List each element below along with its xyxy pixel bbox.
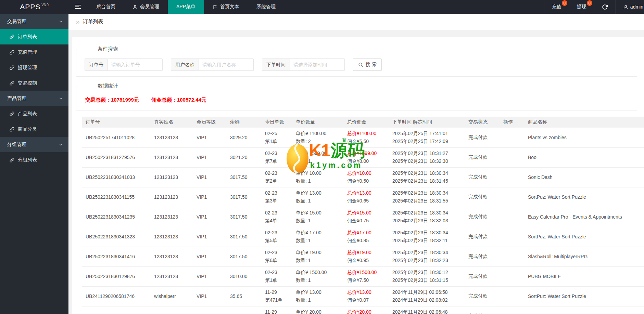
header-right: 充值 0 提现 0 admin (544, 0, 644, 14)
nav-item-home-text[interactable]: 首页文本 (204, 0, 248, 14)
stats-line: 交易总额：10781999元 佣金总额：100572.44元 (85, 93, 631, 105)
cell-order-no: UB2411290206581746 (82, 286, 151, 306)
cell-real-name: 123123123 (151, 167, 193, 187)
cell-status: 完成付款 (465, 266, 500, 286)
cell-day-orders: 02-23第5单 (262, 227, 292, 247)
link-icon (10, 35, 14, 39)
nav-item-app-menu[interactable]: APP菜单 (168, 0, 204, 14)
cell-balance: 3017.50 (227, 167, 262, 187)
order-time-input[interactable] (290, 58, 345, 71)
cell-status: 完成付款 (465, 306, 500, 314)
link-icon (10, 127, 14, 132)
user-name-field-group: 用户名称 (171, 58, 254, 71)
order-no-label: 订单号 (85, 58, 108, 71)
col-vip-level: 会员等级 (193, 117, 227, 128)
sidebar-item-trade-control[interactable]: 交易控制 (0, 75, 68, 91)
cell-day-orders: 02-23第2单 (262, 167, 292, 187)
cell-vip-level: VIP1 (193, 128, 227, 147)
cell-vip-level: VIP1 (193, 247, 227, 266)
cell-day-orders: 11-29第470单 (262, 306, 292, 314)
nav-item-home[interactable]: 后台首页 (88, 0, 124, 14)
col-status: 交易状态 (465, 117, 500, 128)
cell-vip-level: VIP1 (193, 266, 227, 286)
cell-product: Sonic Dash (525, 167, 644, 187)
flag-icon (213, 4, 218, 10)
cell-times: 2025年02月23日 18:30:342025年02月23日 18:31:45 (389, 167, 465, 187)
cell-total-commission: 总价¥20.00佣金¥0.10 (344, 306, 389, 314)
sidebar-item-group-list[interactable]: 分组列表 (0, 152, 68, 168)
sidebar-group-product[interactable]: 产品管理 (0, 91, 68, 106)
withdraw-badge: 0 (587, 0, 592, 6)
sidebar-item-recharge[interactable]: 充值管理 (0, 44, 68, 60)
cell-total-commission: 总价¥17.00佣金¥0.85 (344, 227, 389, 247)
cell-order-no: UB2502231831279576 (82, 147, 151, 167)
cell-action (500, 147, 525, 167)
user-name-input[interactable] (199, 58, 254, 71)
sidebar-item-withdraw[interactable]: 提现管理 (0, 60, 68, 75)
link-icon (10, 65, 14, 70)
table-row: UB2502251741011028 123123123 VIP1 3029.2… (82, 128, 644, 147)
refresh-button[interactable] (594, 0, 615, 14)
col-total-commission: 总价佣金 (344, 117, 389, 128)
order-no-input[interactable] (108, 58, 163, 71)
sidebar-group-grouping[interactable]: 分组管理 (0, 137, 68, 152)
cell-vip-level: VIP1 (193, 187, 227, 207)
cell-price-qty: 单价¥ 13.00数量: 1 (292, 286, 344, 306)
nav-item-system[interactable]: 系统管理 (248, 0, 284, 14)
cell-balance: 3010.00 (227, 266, 262, 286)
menu-toggle-icon[interactable] (68, 0, 88, 14)
search-button[interactable]: 搜 索 (353, 58, 382, 71)
content-card: 条件搜索 订单号 用户名称 下单时间 搜 索 (72, 37, 644, 314)
withdraw-button[interactable]: 提现 0 (569, 0, 594, 14)
cell-product: Boo (525, 147, 644, 167)
recharge-button[interactable]: 充值 0 (544, 0, 569, 14)
cell-balance: 3017.50 (227, 227, 262, 247)
order-no-field-group: 订单号 (85, 58, 163, 71)
cell-balance: 3021.20 (227, 147, 262, 167)
admin-menu[interactable]: admin (615, 0, 644, 14)
col-order-no: 订单号 (82, 117, 151, 128)
sidebar-item-product-list[interactable]: 产品列表 (0, 106, 68, 121)
order-table: 订单号 真实姓名 会员等级 余额 今日单数 单价数量 总价佣金 下单时间 解冻时… (82, 117, 644, 314)
cell-total-commission: 总价¥1100.00佣金¥5.50 (344, 128, 389, 147)
cell-order-no: UB2502231830341235 (82, 207, 151, 227)
cell-real-name: wishalperr (151, 306, 193, 314)
breadcrumb-marker-icon: » (76, 18, 80, 26)
cell-vip-level: VIP1 (193, 306, 227, 314)
cell-real-name: 123123123 (151, 147, 193, 167)
sidebar-item-order-list[interactable]: 订单列表 (0, 29, 68, 44)
cell-price-qty: 单价¥ 15.00数量: 1 (292, 207, 344, 227)
cell-status: 完成付款 (465, 207, 500, 227)
col-action: 操作 (500, 117, 525, 128)
top-nav: 后台首页 会员管理 APP菜单 首页文本 系统管理 (88, 0, 284, 14)
cell-order-no: UB2502231830341033 (82, 167, 151, 187)
cell-day-orders: 02-23第6单 (262, 247, 292, 266)
link-icon (10, 50, 14, 55)
cell-day-orders: 02-23第3单 (262, 187, 292, 207)
cell-price-qty: 单价¥ 1599.00数量: 1 (292, 147, 344, 167)
cell-real-name: 123123123 (151, 227, 193, 247)
cell-real-name: wishalperr (151, 286, 193, 306)
user-icon (623, 4, 628, 10)
sidebar-item-goods-category[interactable]: 商品分类 (0, 121, 68, 137)
cell-action (500, 227, 525, 247)
cell-price-qty: 单价¥ 1100.00数量: 2 (292, 128, 344, 147)
table-row: UB2502231831279576 123123123 VIP1 3021.2… (82, 147, 644, 167)
chevron-down-icon (59, 19, 63, 24)
cell-total-commission: 总价¥10.00佣金¥0.50 (344, 167, 389, 187)
cell-balance: 35.65 (227, 286, 262, 306)
link-icon (10, 112, 14, 116)
sidebar-group-trade[interactable]: 交易管理 (0, 14, 68, 29)
cell-day-orders: 02-25第1单 (262, 128, 292, 147)
cell-real-name: 123123123 (151, 187, 193, 207)
cell-times: 2025年02月23日 18:30:342025年02月23日 18:32:03 (389, 207, 465, 227)
cell-balance: 35.55 (227, 306, 262, 314)
cell-vip-level: VIP1 (193, 286, 227, 306)
cell-price-qty: 单价¥ 13.00数量: 1 (292, 187, 344, 207)
cell-status: 完成付款 (465, 147, 500, 167)
col-real-name: 真实姓名 (151, 117, 193, 128)
user-icon (132, 4, 138, 10)
nav-item-members[interactable]: 会员管理 (124, 0, 168, 14)
stats-legend: 数据统计 (94, 83, 122, 89)
cell-price-qty: 单价¥ 10.00数量: 1 (292, 167, 344, 187)
